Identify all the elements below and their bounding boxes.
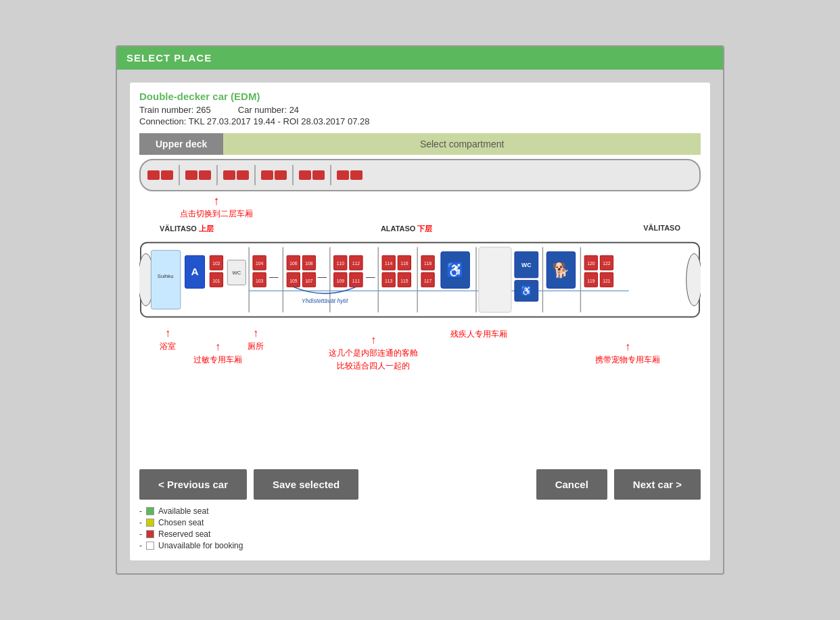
svg-text:105: 105: [289, 278, 298, 283]
divider: [179, 165, 180, 185]
save-selected-button[interactable]: Save selected: [254, 469, 358, 500]
pet-annotation: ↑ 携带宠物专用车厢: [595, 341, 660, 366]
next-car-button[interactable]: Next car >: [614, 469, 701, 500]
svg-point-74: [686, 254, 701, 306]
svg-text:A: A: [191, 266, 198, 277]
svg-text:🐕: 🐕: [552, 262, 570, 279]
section-label-middle: ALATASO 下层: [381, 224, 433, 234]
train-number-label: Train number: 265: [139, 105, 211, 115]
top-seat: [185, 170, 197, 180]
svg-text:107: 107: [305, 278, 313, 283]
top-seat: [350, 170, 363, 180]
button-row: < Previous car Save selected Cancel Next…: [139, 469, 701, 500]
deck-selector: Upper deck Select compartment: [139, 133, 701, 155]
svg-text:♿: ♿: [446, 262, 465, 279]
top-seat: [237, 170, 249, 180]
svg-text:102: 102: [212, 261, 220, 266]
seat-group-1: [147, 170, 173, 180]
section-label-left: VÄLITASO 上层: [160, 224, 214, 234]
header-bar: SELECT PLACE: [117, 47, 723, 70]
seat-group-4: [261, 170, 287, 180]
section-label-right: VÄLITASO: [643, 224, 680, 232]
svg-text:118: 118: [424, 261, 432, 266]
upper-deck-annotation: ↑ 点击切换到二层车厢: [180, 194, 253, 220]
car-type: Double-decker car (EDM): [139, 91, 701, 102]
legend-unavailable: - Unavailable for booking: [139, 541, 701, 550]
svg-text:104: 104: [256, 261, 264, 266]
floor-plan-section: VÄLITASO 上层 ALATASO 下层 VÄLITASO Suihku: [139, 237, 701, 415]
allergy-annotation: ↑ 过敏专用车厢: [193, 341, 242, 366]
main-container: SELECT PLACE Double-decker car (EDM) Tra…: [116, 45, 724, 575]
car-details-row1: Train number: 265 Car number: 24: [139, 105, 701, 115]
top-seat: [337, 170, 349, 180]
upper-deck-button[interactable]: Upper deck: [139, 133, 223, 155]
svg-text:—: —: [366, 271, 375, 281]
car-number-label: Car number: 24: [238, 105, 299, 115]
svg-rect-2: [151, 250, 180, 309]
svg-text:101: 101: [212, 278, 220, 283]
floor-plan-svg: Suihku A 102 101 WC 104: [139, 237, 701, 322]
shower-annotation: ↑ 浴室: [160, 327, 176, 352]
divider: [216, 165, 218, 185]
legend-available: - Available seat: [139, 506, 701, 516]
svg-text:120: 120: [587, 261, 595, 266]
train-top-view: [139, 159, 701, 191]
seat-group-3: [223, 170, 249, 180]
svg-text:Suihku: Suihku: [158, 273, 174, 279]
legend-chosen: - Chosen seat: [139, 518, 701, 527]
top-seat: [147, 170, 160, 180]
svg-text:110: 110: [337, 261, 345, 266]
available-dot: [146, 507, 154, 515]
svg-text:109: 109: [337, 278, 345, 283]
top-seat: [223, 170, 235, 180]
legend-chosen-label: Chosen seat: [158, 518, 204, 527]
handicap-annotation: 残疾人专用车厢: [450, 327, 507, 340]
svg-text:106: 106: [289, 261, 298, 266]
svg-text:111: 111: [352, 278, 360, 283]
seat-group-6: [337, 170, 363, 180]
svg-text:—: —: [269, 271, 279, 281]
svg-rect-57: [479, 247, 511, 312]
svg-text:117: 117: [424, 278, 432, 283]
upper-deck-zh: 点击切换到二层车厢: [180, 208, 253, 220]
divider: [292, 165, 294, 185]
car-info-panel: Double-decker car (EDM) Train number: 26…: [129, 82, 711, 561]
legend: - Available seat - Chosen seat - Reserve…: [139, 506, 701, 550]
chosen-dot: [146, 519, 154, 527]
legend-available-label: Available seat: [158, 506, 209, 516]
divider: [254, 165, 256, 185]
seat-group-2: [185, 170, 211, 180]
svg-text:108: 108: [305, 261, 313, 266]
top-seat: [161, 170, 173, 180]
svg-text:—: —: [317, 271, 327, 281]
svg-text:103: 103: [256, 278, 264, 283]
top-seat: [299, 170, 311, 180]
top-seat: [275, 170, 287, 180]
top-seat: [312, 170, 325, 180]
svg-text:Yhdistettävät hytit: Yhdistettävät hytit: [302, 297, 348, 304]
compartment-selector: Select compartment: [223, 133, 701, 155]
prev-car-button[interactable]: < Previous car: [139, 469, 247, 500]
svg-rect-0: [141, 242, 699, 316]
legend-reserved-label: Reserved seat: [158, 529, 210, 539]
legend-reserved: - Reserved seat: [139, 529, 701, 539]
svg-text:122: 122: [603, 261, 611, 266]
svg-text:115: 115: [400, 278, 409, 283]
cancel-button[interactable]: Cancel: [536, 469, 607, 500]
svg-text:♿: ♿: [521, 285, 532, 297]
reserved-dot: [146, 530, 154, 538]
legend-unavailable-label: Unavailable for booking: [158, 541, 243, 550]
page-title: SELECT PLACE: [126, 52, 212, 64]
svg-text:WC: WC: [521, 262, 532, 268]
svg-text:WC: WC: [232, 270, 241, 276]
svg-text:116: 116: [400, 261, 409, 266]
unavailable-dot: [146, 542, 154, 550]
connecting-annotation: ↑ 这几个是内部连通的客舱 比较适合四人一起的: [329, 334, 418, 372]
svg-text:121: 121: [603, 278, 611, 283]
car-connection: Connection: TKL 27.03.2017 19.44 - ROI 2…: [139, 116, 701, 126]
seat-group-5: [299, 170, 325, 180]
svg-text:113: 113: [385, 278, 393, 283]
svg-text:114: 114: [385, 261, 393, 266]
top-seat: [261, 170, 273, 180]
wc-annotation: ↑ 厕所: [248, 327, 264, 352]
